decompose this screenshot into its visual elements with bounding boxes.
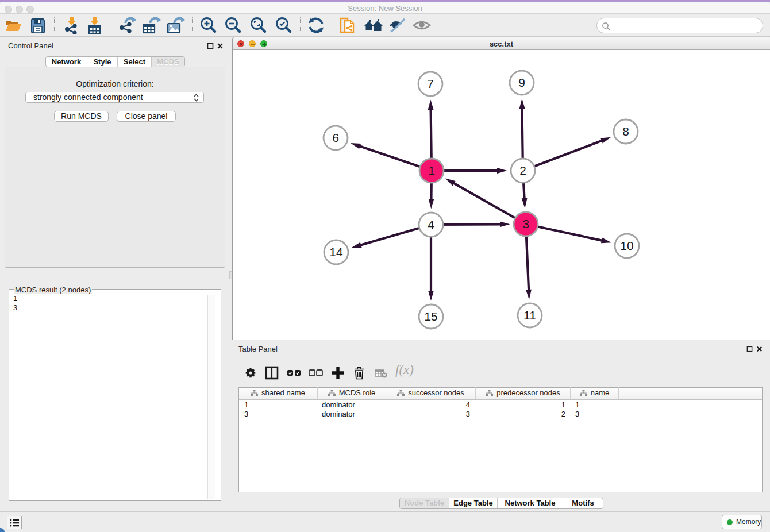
- svg-text:3: 3: [522, 217, 529, 230]
- svg-text:7: 7: [427, 77, 434, 90]
- svg-text:6: 6: [332, 131, 339, 144]
- svg-text:14: 14: [329, 245, 343, 259]
- svg-text:8: 8: [622, 125, 629, 138]
- svg-text:10: 10: [620, 239, 633, 252]
- svg-text:11: 11: [523, 309, 536, 322]
- svg-text:9: 9: [518, 76, 525, 89]
- svg-text:4: 4: [428, 218, 434, 231]
- svg-text:15: 15: [424, 310, 437, 323]
- svg-text:1: 1: [428, 164, 435, 177]
- svg-text:2: 2: [519, 164, 526, 177]
